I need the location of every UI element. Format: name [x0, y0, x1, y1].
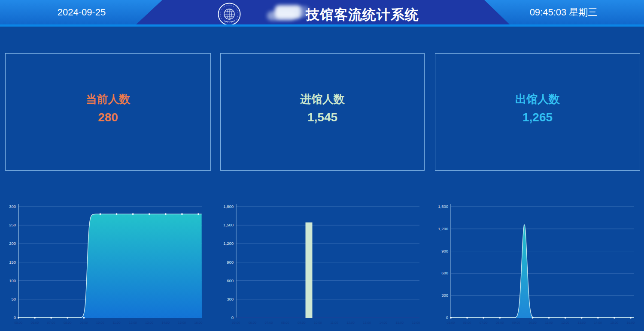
svg-text:1,800: 1,800 — [223, 204, 234, 209]
header: 2024-09-25 技馆客流统计系统 09:45:03 星期三 — [0, 0, 644, 24]
stat-value: 1,265 — [522, 111, 553, 123]
svg-text:12:00: 12:00 — [346, 321, 355, 325]
svg-text:600: 600 — [227, 278, 234, 283]
svg-text:07:00: 07:00 — [480, 321, 488, 325]
svg-text:0: 0 — [14, 315, 16, 320]
svg-text:150: 150 — [9, 260, 16, 265]
svg-text:06:00: 06:00 — [31, 321, 39, 325]
svg-text:12:00: 12:00 — [129, 321, 137, 325]
redaction-blur — [275, 5, 301, 19]
stat-label: 进馆人数 — [300, 93, 345, 105]
svg-text:12:00: 12:00 — [561, 321, 569, 325]
svg-text:09:00: 09:00 — [512, 321, 520, 325]
svg-text:300: 300 — [441, 293, 448, 298]
svg-text:14:00: 14:00 — [594, 321, 602, 325]
svg-text:0: 0 — [231, 315, 234, 320]
svg-text:06:00: 06:00 — [463, 321, 471, 325]
svg-text:14:00: 14:00 — [161, 321, 170, 325]
stat-card-entered: 进馆人数 1,545 — [220, 53, 425, 171]
svg-text:05:00: 05:00 — [232, 321, 240, 325]
svg-text:13:00: 13:00 — [145, 321, 153, 325]
svg-text:300: 300 — [9, 204, 16, 209]
svg-text:08:00: 08:00 — [64, 321, 72, 325]
svg-text:10:00: 10:00 — [314, 321, 322, 325]
svg-text:16:00: 16:00 — [627, 321, 635, 325]
svg-text:09:00: 09:00 — [80, 321, 88, 325]
svg-text:11:00: 11:00 — [112, 321, 120, 325]
stat-card-current: 当前人数 280 — [5, 53, 211, 171]
svg-text:11:00: 11:00 — [545, 321, 553, 325]
svg-text:16:00: 16:00 — [194, 321, 203, 325]
stat-value: 280 — [98, 111, 118, 123]
svg-text:100: 100 — [9, 278, 16, 283]
svg-text:1,500: 1,500 — [223, 223, 234, 227]
svg-text:16:00: 16:00 — [412, 321, 420, 325]
entry-count-chart: 03006009001,2001,5001,80005:0006:0007:00… — [221, 200, 424, 327]
stat-label: 出馆人数 — [515, 93, 560, 105]
svg-text:10:00: 10:00 — [529, 321, 537, 325]
svg-text:08:00: 08:00 — [496, 321, 504, 325]
svg-text:50: 50 — [11, 297, 16, 301]
svg-text:08:00: 08:00 — [281, 321, 289, 325]
svg-text:05:00: 05:00 — [447, 321, 455, 325]
svg-text:600: 600 — [441, 271, 448, 275]
svg-text:05:00: 05:00 — [15, 321, 23, 325]
svg-text:15:00: 15:00 — [178, 321, 186, 325]
svg-text:0: 0 — [446, 315, 448, 320]
svg-text:07:00: 07:00 — [47, 321, 55, 325]
stat-value: 1,545 — [307, 111, 337, 123]
svg-text:09:00: 09:00 — [298, 321, 306, 325]
svg-text:10:00: 10:00 — [96, 321, 104, 325]
stat-label: 当前人数 — [86, 93, 131, 105]
svg-text:900: 900 — [441, 249, 448, 253]
svg-text:14:00: 14:00 — [379, 321, 387, 325]
header-clock: 09:45:03 星期三 — [487, 0, 640, 24]
exit-count-chart: 03006009001,2001,50005:0006:0007:0008:00… — [436, 200, 638, 327]
svg-text:300: 300 — [227, 297, 234, 301]
svg-text:15:00: 15:00 — [396, 321, 404, 325]
header-bottom-strip — [0, 24, 644, 27]
svg-text:250: 250 — [9, 223, 16, 227]
svg-text:13:00: 13:00 — [363, 321, 371, 325]
header-date: 2024-09-25 — [4, 0, 159, 24]
svg-text:200: 200 — [9, 241, 16, 246]
svg-text:15:00: 15:00 — [611, 321, 619, 325]
app-title: 技馆客流统计系统 — [306, 6, 419, 24]
current-count-chart: 05010015020025030005:0006:0007:0008:0009… — [3, 200, 206, 327]
svg-text:11:00: 11:00 — [330, 321, 338, 325]
svg-text:1,200: 1,200 — [223, 241, 234, 246]
svg-text:1,200: 1,200 — [438, 226, 448, 231]
emblem-logo-icon — [217, 2, 241, 26]
svg-text:900: 900 — [227, 260, 234, 265]
svg-text:13:00: 13:00 — [577, 321, 586, 325]
svg-text:1,500: 1,500 — [438, 204, 448, 209]
svg-text:07:00: 07:00 — [265, 321, 273, 325]
svg-text:06:00: 06:00 — [249, 321, 257, 325]
stat-card-exited: 出馆人数 1,265 — [435, 53, 640, 171]
